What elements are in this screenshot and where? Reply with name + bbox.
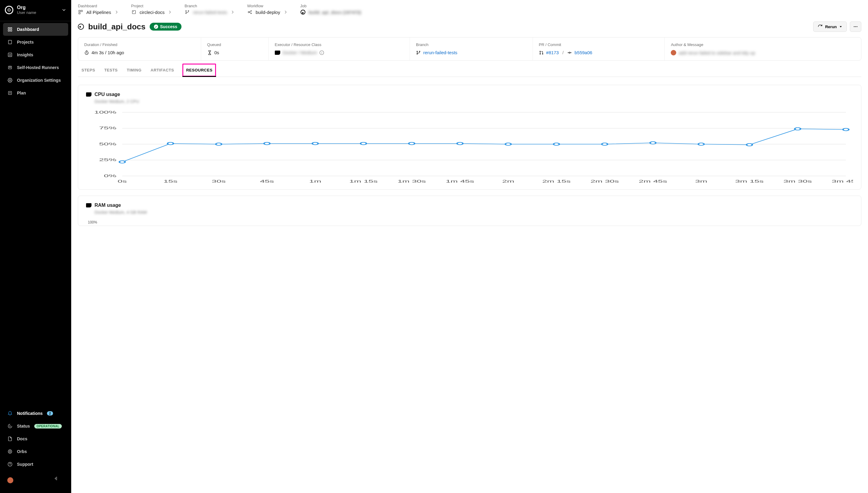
bell-icon	[7, 411, 13, 416]
sidebar-item-plan[interactable]: Plan	[3, 87, 68, 99]
circleci-logo-icon	[5, 6, 13, 14]
svg-point-80	[409, 142, 415, 145]
pipelines-icon	[78, 9, 83, 15]
crumb-job: build_api_docs (197472)	[309, 10, 361, 15]
tab-resources[interactable]: RESOURCES	[183, 64, 216, 77]
rerun-button[interactable]: Rerun	[813, 21, 847, 32]
meta-value: 0s	[214, 50, 219, 55]
ram-y-tick: 100%	[86, 220, 853, 224]
timer-icon	[84, 50, 89, 55]
sidebar-item-label: Projects	[17, 40, 34, 44]
svg-text:3m 45s: 3m 45s	[832, 179, 853, 184]
sidebar-item-runners[interactable]: Self-Hosted Runners	[3, 61, 68, 74]
meta-value: 4m 3s / 10h ago	[91, 50, 124, 55]
crumb-workflow[interactable]: build-deploy	[256, 10, 280, 15]
cpu-chart: 0%25%50%75%100%0s15s30s45s1m1m 15s1m 30s…	[86, 109, 853, 185]
svg-point-74	[119, 161, 125, 163]
info-icon[interactable]	[319, 50, 324, 55]
sidebar-item-user[interactable]	[3, 471, 68, 490]
sidebar-item-projects[interactable]: Projects	[3, 36, 68, 48]
chevron-right-icon	[168, 10, 172, 15]
svg-point-78	[312, 142, 318, 145]
projects-icon	[7, 39, 13, 45]
svg-text:30s: 30s	[212, 179, 226, 184]
crumb-branch[interactable]: rerun-failed-tests	[193, 10, 227, 15]
sidebar-item-dashboard[interactable]: Dashboard	[3, 23, 68, 36]
meta-label: Queued	[207, 42, 262, 47]
svg-text:0s: 0s	[118, 179, 127, 184]
sidebar-item-orbs[interactable]: Orbs	[3, 445, 68, 458]
sidebar-item-label: Organization Settings	[17, 78, 61, 83]
svg-rect-1	[10, 27, 12, 29]
pr-icon	[539, 50, 544, 55]
settings-icon	[7, 78, 13, 83]
tab-artifacts[interactable]: ARTIFACTS	[150, 64, 174, 77]
svg-point-89	[843, 128, 849, 131]
sidebar-nav: Dashboard Projects Insights Self-Hosted …	[0, 21, 71, 404]
svg-text:1m 15s: 1m 15s	[349, 179, 378, 184]
chevron-down-icon	[62, 7, 66, 13]
commit-link[interactable]: b559a06	[574, 50, 592, 55]
svg-rect-23	[132, 10, 135, 14]
svg-text:15s: 15s	[164, 179, 177, 184]
avatar-icon	[7, 477, 13, 483]
sidebar-item-docs[interactable]: Docs	[3, 432, 68, 445]
sidebar-item-label: Support	[17, 462, 33, 467]
sidebar-item-support[interactable]: Support	[3, 458, 68, 471]
docker-icon	[86, 92, 91, 97]
branch-link[interactable]: rerun-failed-tests	[423, 50, 458, 55]
sidebar-item-status[interactable]: Status OPERATIONAL	[3, 420, 68, 432]
crumb-label: Workflow	[247, 4, 288, 8]
rerun-icon	[818, 24, 823, 29]
user-name: User name	[17, 10, 62, 15]
sidebar-item-insights[interactable]: Insights	[3, 48, 68, 61]
svg-text:25%: 25%	[99, 158, 117, 162]
svg-point-34	[856, 26, 858, 27]
org-switcher[interactable]: Org User name	[0, 0, 71, 21]
cpu-usage-card: CPU usage Docker Medium, 2 CPU 0%25%50%7…	[78, 85, 861, 190]
job-icon	[300, 9, 306, 15]
card-subtitle: Docker Medium, 2 CPU	[94, 99, 853, 104]
svg-text:2m 15s: 2m 15s	[542, 179, 571, 184]
pr-link[interactable]: #8173	[546, 50, 559, 55]
svg-text:75%: 75%	[99, 126, 117, 130]
crumb-label: Branch	[185, 4, 235, 8]
sidebar-item-label: Status	[17, 424, 30, 429]
caret-down-icon	[839, 25, 842, 28]
insights-icon	[7, 52, 13, 58]
ram-usage-card: RAM usage Docker Medium, 4 GB RAM 100%	[78, 196, 861, 226]
svg-point-83	[553, 143, 559, 145]
tab-timing[interactable]: TIMING	[126, 64, 142, 77]
branch-icon	[185, 9, 190, 15]
sidebar-item-label: Insights	[17, 52, 33, 57]
svg-point-82	[505, 143, 511, 145]
sidebar-item-label: Orbs	[17, 449, 27, 454]
svg-text:2m 30s: 2m 30s	[591, 179, 619, 184]
status-pill: ✓ Success	[150, 23, 182, 30]
job-tabs: STEPS TESTS TIMING ARTIFACTS RESOURCES	[78, 64, 861, 77]
collapse-sidebar-icon[interactable]	[48, 474, 64, 486]
docs-icon	[7, 436, 13, 442]
svg-point-24	[133, 11, 133, 12]
svg-text:45s: 45s	[260, 179, 274, 184]
notifications-badge: 2	[47, 411, 53, 415]
svg-text:3m 15s: 3m 15s	[735, 179, 764, 184]
sidebar-item-notifications[interactable]: Notifications 2	[3, 407, 68, 420]
main-content: Dashboard All Pipelines Project circleci…	[71, 0, 868, 493]
more-actions-button[interactable]	[850, 21, 861, 32]
job-name: build_api_docs	[88, 22, 145, 31]
tab-steps[interactable]: STEPS	[81, 64, 96, 77]
svg-rect-2	[8, 30, 10, 31]
svg-text:0%: 0%	[104, 174, 117, 178]
svg-point-28	[248, 12, 249, 13]
tab-tests[interactable]: TESTS	[104, 64, 118, 77]
svg-point-81	[457, 142, 463, 145]
svg-rect-0	[8, 27, 10, 29]
svg-point-33	[855, 26, 856, 27]
docker-icon	[86, 203, 91, 208]
crumb-project[interactable]: circleci-docs	[140, 10, 165, 15]
crumb-dashboard[interactable]: All Pipelines	[86, 10, 111, 15]
sidebar-item-org-settings[interactable]: Organization Settings	[3, 74, 68, 87]
gauge-icon	[7, 423, 13, 429]
check-icon: ✓	[154, 24, 158, 29]
